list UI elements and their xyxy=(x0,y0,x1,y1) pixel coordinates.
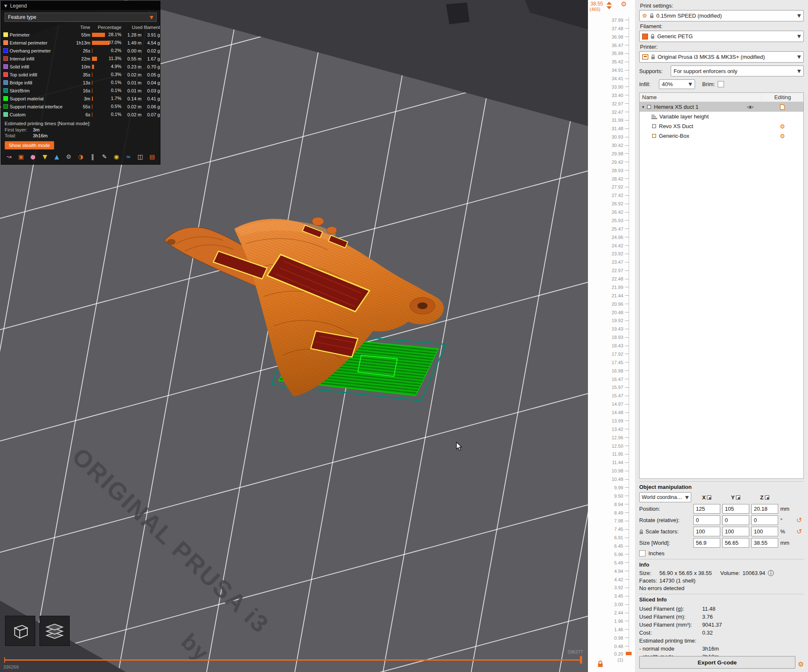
coordinates-select[interactable]: World coordinates ▼ xyxy=(639,492,691,502)
rotate-y-input[interactable] xyxy=(722,515,749,525)
layer-tick-row: 30.42 xyxy=(588,141,635,150)
volume-value: 10063.94 xyxy=(742,570,765,576)
first-layer-label: First layer: xyxy=(5,127,31,132)
view-type-select[interactable]: Feature type ▼ xyxy=(5,13,157,22)
scale-reset-icon[interactable]: ↺ xyxy=(795,528,803,535)
layer-tick-label: 24.42 xyxy=(588,243,623,248)
layer-slider-strip: 38.55 (465) ⚙ 37.99 37.48 36.98 36.47 xyxy=(588,0,635,672)
slider-settings-gear-icon[interactable]: ⚙ xyxy=(621,0,627,8)
sliced-info-row: Used Filament (m): 3.76 xyxy=(639,613,804,621)
layer-slider-lower-handle[interactable] xyxy=(626,652,632,655)
print-settings-select[interactable]: ⚙ 0.15mm SPEED (modified) ▼ xyxy=(639,10,804,21)
layer-tick-label: 21.44 xyxy=(588,293,623,298)
layer-tick-label: 18.43 xyxy=(588,343,623,348)
export-gcode-button[interactable]: Export G-code xyxy=(639,656,795,669)
layer-tick-row: 35.99 xyxy=(588,50,635,58)
brim-checkbox[interactable] xyxy=(718,81,724,87)
scale-y-input[interactable] xyxy=(722,527,749,536)
slider-lock-icon[interactable] xyxy=(597,660,603,667)
show-stealth-mode-button[interactable]: Show stealth mode xyxy=(5,141,54,150)
inches-checkbox[interactable] xyxy=(639,550,645,556)
object-row-revo-xs-duct[interactable]: Revo XS Duct ⚙ xyxy=(640,121,803,131)
size-y-input[interactable] xyxy=(722,538,749,548)
tool-marker-icon[interactable]: ◫ xyxy=(136,152,144,161)
rotate-x-input[interactable] xyxy=(693,515,720,525)
layer-tick-label: 34.91 xyxy=(588,68,623,73)
legend-feature-row[interactable]: Top solid infill 35s 0.3% 0.02 m 0.05 g xyxy=(1,71,160,79)
supports-select[interactable]: For support enforcers only ▼ xyxy=(671,66,804,76)
object-list: Name Editing ▾ Hemera XS duct 1 xyxy=(639,92,804,479)
legend-feature-row[interactable]: Solid infill 10m 4.9% 0.23 m 0.70 g xyxy=(1,63,160,71)
layer-tick-row: 15.97 xyxy=(588,383,635,392)
layer-slider-upper-handle[interactable] xyxy=(606,2,612,9)
legend-feature-row[interactable]: Support material interface 55s 0.5% 0.02… xyxy=(1,102,160,110)
preview-view-tab[interactable] xyxy=(39,616,70,646)
position-y-input[interactable] xyxy=(722,504,749,514)
size-z-input[interactable] xyxy=(751,538,778,548)
layer-tick-mark xyxy=(625,638,629,638)
legend-feature-row[interactable]: Internal infill 22m 11.3% 0.55 m 1.67 g xyxy=(1,55,160,63)
layer-tick-row: 28.42 xyxy=(588,175,635,183)
layer-tick-mark xyxy=(625,370,629,371)
size-x-input[interactable] xyxy=(693,538,720,548)
legend-feature-row[interactable]: Support material 3m 1.7% 0.14 m 0.41 g xyxy=(1,94,160,102)
legend-feature-row[interactable]: Bridge infill 13s 0.1% 0.01 m 0.04 g xyxy=(1,79,160,87)
layer-tick-label: 22.97 xyxy=(588,268,623,273)
expander-icon[interactable]: ▾ xyxy=(642,105,644,109)
shells-icon[interactable]: ▣ xyxy=(16,152,25,161)
travels-icon[interactable]: ↝ xyxy=(5,152,13,161)
retractions-icon[interactable]: ▼ xyxy=(40,152,49,161)
moves-slider-handle[interactable] xyxy=(580,656,582,664)
tool-changes-icon[interactable]: ⚙ xyxy=(64,152,73,161)
object-row-hemera-xs-duct[interactable]: ▾ Hemera XS duct 1 xyxy=(640,102,803,112)
layer-tick-label: 6.45 xyxy=(588,543,623,549)
editor-view-tab[interactable] xyxy=(5,616,35,646)
legend-titlebar[interactable]: ▼ Legend xyxy=(1,1,160,10)
3d-viewport[interactable]: ORIGINAL PRUSA i3 by xyxy=(0,0,588,672)
legend-feature-row[interactable]: External perimeter 1h13m 37.0% 1.49 m 4.… xyxy=(1,39,160,47)
layer-tick-row: 14.48 xyxy=(588,408,635,417)
moves-slider-track[interactable] xyxy=(4,659,582,661)
export-settings-gear-icon[interactable]: ⚙ xyxy=(798,660,804,669)
center-of-gravity-icon[interactable]: ◉ xyxy=(112,152,121,161)
wipe-icon[interactable]: ≈ xyxy=(124,152,133,161)
part-settings-gear-icon[interactable]: ⚙ xyxy=(780,133,785,139)
layer-tick-label: 34.41 xyxy=(588,76,623,81)
lock-icon[interactable] xyxy=(639,529,643,534)
scale-z-input[interactable] xyxy=(751,527,778,536)
eye-icon[interactable] xyxy=(747,105,754,110)
info-circle-icon[interactable] xyxy=(768,570,774,576)
position-z-input[interactable] xyxy=(751,504,778,514)
object-row-generic-box[interactable]: Generic-Box ⚙ xyxy=(640,131,803,141)
legend-title: Legend xyxy=(10,3,27,9)
legend-feature-row[interactable]: Custom 6s 0.1% 0.02 m 0.07 g xyxy=(1,110,160,118)
rotate-z-input[interactable] xyxy=(751,515,778,525)
color-changes-icon[interactable]: ◑ xyxy=(76,152,85,161)
legend-feature-row[interactable]: Skirt/Brim 16s 0.1% 0.01 m 0.03 g xyxy=(1,87,160,94)
legend-feature-row[interactable]: Perimeter 55m 28.1% 1.28 m 3.91 g xyxy=(1,31,160,39)
deretractions-icon[interactable]: ▲ xyxy=(52,152,61,161)
position-x-input[interactable] xyxy=(693,504,720,514)
printer-select[interactable]: Original Prusa i3 MK3S & MK3S+ (modified… xyxy=(639,51,804,63)
part-settings-gear-icon[interactable]: ⚙ xyxy=(780,123,785,130)
layer-tick-mark xyxy=(625,120,629,121)
scale-x-input[interactable] xyxy=(693,527,720,536)
size-unit: mm xyxy=(780,540,793,546)
seams-icon[interactable]: ● xyxy=(29,152,37,161)
object-row-variable-layer-height[interactable]: Variable layer height xyxy=(640,112,803,121)
percentage-bar xyxy=(92,97,93,101)
layer-tick-mark xyxy=(625,279,629,279)
layer-tick-row: 32.47 xyxy=(588,108,635,116)
layer-tick-label: 26.92 xyxy=(588,201,623,206)
feature-color-swatch xyxy=(3,32,8,37)
rotate-reset-icon[interactable]: ↺ xyxy=(795,517,803,524)
custom-gcodes-icon[interactable]: ✎ xyxy=(100,152,109,161)
legend-feature-row[interactable]: Overhang perimeter 26s 0.2% 0.00 m 0.02 … xyxy=(1,47,160,55)
filament-select[interactable]: Generic PETG ▼ xyxy=(639,31,804,42)
edit-object-icon[interactable] xyxy=(780,104,785,110)
legend-toggle-icon[interactable]: ▤ xyxy=(148,152,157,161)
layer-tick-mark xyxy=(625,162,629,162)
layer-tick-row: 10.98 xyxy=(588,467,635,475)
infill-select[interactable]: 40% ▼ xyxy=(659,79,695,89)
pause-prints-icon[interactable]: ‖ xyxy=(88,152,97,161)
